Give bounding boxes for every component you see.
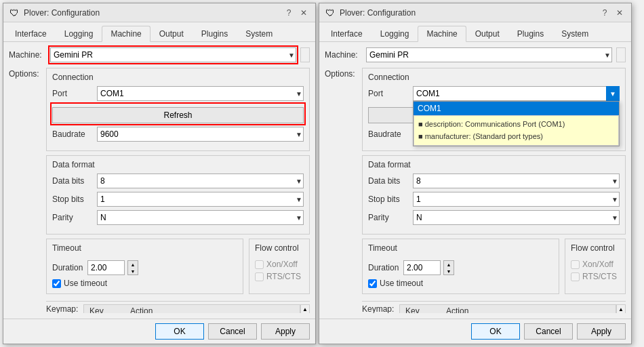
left-tab-system[interactable]: System [237,26,281,42]
left-keymap-col-key: Key [84,305,125,313]
left-machine-label: Machine: [9,50,46,60]
right-stopbits-select[interactable]: 1 [413,192,620,207]
left-machine-select[interactable]: Gemini PR [50,47,296,62]
left-connection-box: Connection Port COM1 ▼ Refresh [46,68,310,151]
left-tab-logging[interactable]: Logging [56,26,102,42]
left-tabs: Interface Logging Machine Output Plugins… [3,22,315,42]
right-parity-select[interactable]: N [413,210,620,225]
left-port-select[interactable]: COM1 [97,86,304,101]
left-databits-row: Data bits 8 ▼ [52,174,304,188]
right-usetimeout-row: Use timeout [368,279,553,288]
right-flowcontrol-box: Flow control Xon/Xoff RTS/CTS [565,239,626,294]
left-flowcontrol-title: Flow control [255,243,304,253]
left-duration-input[interactable] [87,260,125,275]
right-tab-plugins[interactable]: Plugins [508,26,552,42]
right-duration-row: Duration ▲ ▼ [368,260,553,275]
right-rtscts-checkbox[interactable] [571,272,580,281]
left-stopbits-select[interactable]: 1 [97,192,304,207]
right-cancel-button[interactable]: Cancel [524,323,573,340]
right-dropdown-com1[interactable]: COM1 [414,102,619,115]
right-ok-button[interactable]: OK [471,323,520,340]
left-tab-plugins[interactable]: Plugins [193,26,237,42]
right-duration-spinner: ▲ ▼ [443,260,454,275]
left-timeout-title: Timeout [52,243,237,253]
left-content: Machine: Gemini PR ▼ Options: Connection… [3,42,315,319]
left-keymap-section: Keymap: Key Action #1 # ▲ [46,301,310,313]
left-baudrate-select-wrapper: 9600 ▼ [97,127,304,142]
right-port-dropdown[interactable]: COM1 ■ description: Communications Port … [413,101,620,146]
left-apply-button[interactable]: Apply [261,323,310,340]
left-refresh-button[interactable]: Refresh [52,107,304,123]
left-connection-title: Connection [52,73,304,82]
left-help-button[interactable]: ? [283,7,295,19]
left-ok-button[interactable]: OK [155,323,204,340]
left-duration-spinner: ▲ ▼ [127,260,138,275]
right-options-section: Options: Connection Port COM1 ▼ [325,68,626,313]
right-keymap-col-key: Key [400,305,441,313]
app-icon: 🛡 [9,7,20,18]
right-duration-input[interactable] [403,260,441,275]
right-tab-machine[interactable]: Machine [418,26,466,42]
left-baudrate-select[interactable]: 9600 [97,127,304,142]
left-keymap-header: Key Action [84,305,300,313]
left-xonxoff-label: Xon/Xoff [266,260,298,269]
right-rtscts-label: RTS/CTS [582,272,617,281]
right-usetimeout-checkbox[interactable] [368,279,377,288]
right-close-button[interactable]: ✕ [613,7,626,19]
right-bottom-section: Timeout Duration ▲ ▼ Use timeout [362,239,626,294]
left-machine-scrollbar [300,47,310,62]
right-xonxoff-label: Xon/Xoff [582,260,613,269]
left-dataformat-box: Data format Data bits 8 ▼ Stop bits [46,155,310,234]
left-parity-select[interactable]: N [97,210,304,225]
right-spinner-down[interactable]: ▼ [444,268,454,274]
right-tab-system[interactable]: System [552,26,597,42]
right-keymap-table: Key Action #1 # [399,304,616,313]
left-tab-output[interactable]: Output [150,26,193,42]
right-stopbits-row: Stop bits 1 ▼ [368,192,620,207]
left-xonxoff-checkbox[interactable] [255,260,264,269]
right-dropdown-manufacturer: ■ manufacturer: (Standard port types) [418,131,614,143]
right-titlebar: 🛡 Plover: Configuration ? ✕ [319,3,631,22]
left-databits-select-wrapper: 8 ▼ [97,174,304,188]
left-tab-machine[interactable]: Machine [102,26,150,42]
right-dialog: 🛡 Plover: Configuration ? ✕ Interface Lo… [319,3,632,344]
right-machine-scrollbar [616,47,626,62]
right-stopbits-label: Stop bits [368,195,409,204]
left-dataformat-title: Data format [52,160,304,169]
left-timeout-box: Timeout Duration ▲ ▼ Use timeout [46,239,243,294]
left-spinner-down[interactable]: ▼ [128,268,138,274]
right-apply-button[interactable]: Apply [577,323,626,340]
right-machine-row: Machine: Gemini PR ▼ [325,47,626,62]
right-app-icon: 🛡 [325,7,336,18]
left-cancel-button[interactable]: Cancel [208,323,257,340]
right-tabs: Interface Logging Machine Output Plugins… [319,22,631,42]
right-tab-interface[interactable]: Interface [322,26,371,42]
left-usetimeout-checkbox[interactable] [52,279,61,288]
left-spinner-up[interactable]: ▲ [128,261,138,268]
left-refresh-wrapper: Refresh [52,104,304,123]
left-rtscts-checkbox[interactable] [255,272,264,281]
left-close-button[interactable]: ✕ [298,7,310,19]
right-machine-select[interactable]: Gemini PR [366,47,612,62]
left-titlebar-controls: ? ✕ [283,7,310,19]
right-tab-output[interactable]: Output [466,26,508,42]
right-databits-select[interactable]: 8 [413,174,620,188]
left-databits-label: Data bits [52,176,93,186]
right-rtscts-row: RTS/CTS [571,272,620,281]
right-options-content: Connection Port COM1 ▼ COM1 [362,68,626,313]
right-xonxoff-checkbox[interactable] [571,260,580,269]
right-tab-logging[interactable]: Logging [371,26,418,42]
left-databits-select[interactable]: 8 [97,174,304,188]
right-port-select[interactable]: COM1 [413,86,620,101]
left-tab-interface[interactable]: Interface [6,26,56,42]
left-rtscts-label: RTS/CTS [266,272,301,281]
left-port-label: Port [52,89,93,98]
right-titlebar-controls: ? ✕ [599,7,626,19]
right-help-button[interactable]: ? [599,7,611,19]
left-baudrate-label: Baudrate [52,129,93,139]
right-spinner-up[interactable]: ▲ [444,261,454,268]
right-usetimeout-label: Use timeout [380,279,423,288]
left-footer: OK Cancel Apply [3,319,315,344]
left-scroll-up-icon: ▲ [302,306,308,312]
left-dialog: 🛡 Plover: Configuration ? ✕ Interface Lo… [3,3,316,344]
